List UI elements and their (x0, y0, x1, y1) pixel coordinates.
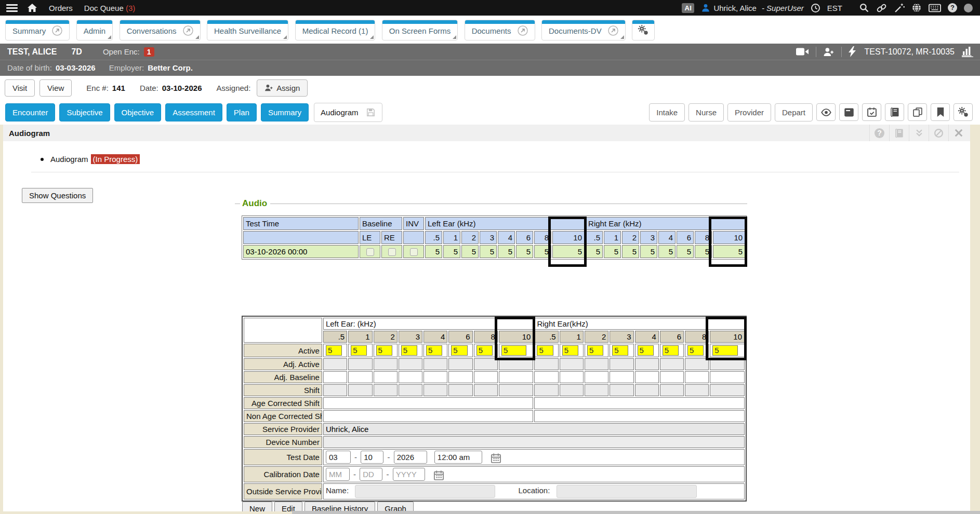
graph-button[interactable]: Graph (377, 502, 414, 511)
new-button[interactable]: New (242, 502, 272, 511)
active-right-input-value[interactable]: 5 (612, 345, 628, 356)
calendar-check-button[interactable] (862, 103, 881, 121)
encounter-button[interactable]: Encounter (5, 103, 55, 121)
link-icon[interactable] (876, 3, 887, 13)
baseline-re-checkbox[interactable] (388, 248, 396, 256)
active-left-input-value[interactable]: 5 (426, 345, 442, 356)
tab-health-surveillance[interactable]: Health Surveillance (207, 20, 288, 40)
audiogram-item-label[interactable]: Audiogram (50, 155, 88, 164)
baseline-le-checkbox[interactable] (366, 248, 374, 256)
baseline-history-button[interactable]: Baseline History (304, 502, 375, 511)
orders-menu-item[interactable]: Orders (49, 4, 73, 12)
doc-queue-menu-item[interactable]: Doc Queue (3) (84, 4, 135, 12)
view-eye-button[interactable] (816, 103, 836, 121)
visit-button[interactable]: Visit (5, 79, 35, 97)
outside-name-input[interactable] (355, 485, 495, 498)
view-button[interactable]: View (39, 79, 72, 97)
tab-documents-dv[interactable]: Documents-DV (541, 20, 626, 40)
add-person-icon[interactable] (823, 47, 835, 57)
popout-icon[interactable] (183, 25, 193, 36)
device-number-field[interactable] (323, 436, 745, 448)
provider-button[interactable]: Provider (727, 103, 771, 121)
tab-documents[interactable]: Documents (465, 20, 535, 40)
help-icon[interactable]: ? (948, 3, 957, 12)
inv-checkbox[interactable] (410, 248, 418, 256)
summary-button[interactable]: Summary (261, 103, 309, 121)
search-icon[interactable] (859, 3, 869, 13)
age-corrected-right-cell (534, 397, 745, 409)
assessment-button[interactable]: Assessment (165, 103, 222, 121)
settings-gears-button[interactable] (953, 103, 973, 121)
user-menu[interactable]: Uhrick, Alice - SuperUser (701, 3, 803, 12)
active-left-input-value[interactable]: 5 (501, 345, 527, 356)
edit-button[interactable]: Edit (274, 502, 302, 511)
tab-conversations[interactable]: Conversations (120, 20, 201, 40)
book-button[interactable] (885, 103, 904, 121)
popout-icon[interactable] (52, 25, 62, 36)
active-right-input-value[interactable]: 5 (663, 345, 679, 356)
ai-badge[interactable]: AI (682, 3, 694, 13)
assign-button[interactable]: Assign (257, 79, 308, 97)
active-right-input-value[interactable]: 5 (562, 345, 578, 356)
keyboard-icon[interactable] (929, 4, 941, 12)
archive-button[interactable] (839, 103, 858, 121)
collapse-chevrons-button[interactable] (909, 125, 929, 141)
tab-medical-record[interactable]: Medical Record (1) (295, 20, 376, 40)
active-left-input-value[interactable]: 5 (351, 345, 367, 356)
cancel-button[interactable] (929, 125, 948, 141)
active-right-input-value[interactable]: 5 (712, 345, 738, 356)
status-dot-icon[interactable] (964, 4, 973, 12)
clock-icon[interactable] (811, 3, 820, 13)
globe-icon[interactable] (911, 3, 922, 13)
subjective-button[interactable]: Subjective (59, 103, 110, 121)
calibration-year-input[interactable] (393, 468, 425, 481)
test-date-month-input[interactable] (326, 451, 351, 464)
chart-icon[interactable] (961, 46, 974, 57)
tab-settings[interactable] (632, 20, 655, 40)
test-date-year-input[interactable] (394, 451, 427, 464)
hamburger-menu-icon[interactable] (6, 3, 18, 13)
panel-help-button[interactable]: ? (869, 125, 889, 141)
calibration-month-input[interactable] (326, 468, 350, 481)
intake-button[interactable]: Intake (649, 103, 685, 121)
active-left-input-value[interactable]: 5 (326, 345, 342, 356)
open-enc-count-badge[interactable]: 1 (144, 47, 154, 57)
test-date-day-input[interactable] (361, 451, 383, 464)
active-left-input-value[interactable]: 5 (401, 345, 417, 356)
active-right-input-value[interactable]: 5 (687, 345, 704, 356)
active-left-input-value[interactable]: 5 (376, 345, 392, 356)
audiogram-document-tab[interactable]: Audiogram (314, 103, 382, 122)
audiogram-status-item[interactable]: Audiogram (In Progress) (41, 154, 140, 164)
close-icon[interactable] (948, 125, 968, 141)
test-time-input[interactable] (434, 451, 482, 464)
active-right-input-value[interactable]: 5 (638, 345, 654, 356)
calibration-day-input[interactable] (360, 468, 382, 481)
tab-summary[interactable]: Summary (5, 20, 70, 40)
popout-icon[interactable] (608, 25, 618, 36)
nurse-button[interactable]: Nurse (688, 103, 724, 121)
calendar-icon[interactable] (433, 470, 444, 481)
tab-on-screen-forms[interactable]: On Screen Forms (382, 20, 458, 40)
active-left-input-value[interactable]: 5 (451, 345, 467, 356)
lightning-icon[interactable] (849, 46, 856, 57)
depart-button[interactable]: Depart (775, 103, 813, 121)
active-right-input-value[interactable]: 5 (587, 345, 603, 356)
test-time-value[interactable]: 03-10-2026 00:00 (243, 245, 359, 258)
outside-location-input[interactable] (557, 485, 697, 498)
active-right-input-value[interactable]: 5 (537, 345, 553, 356)
tab-admin[interactable]: Admin (76, 20, 113, 40)
home-icon[interactable] (27, 3, 37, 12)
wand-icon[interactable] (894, 3, 905, 13)
calendar-icon[interactable] (491, 453, 501, 464)
panel-book-button[interactable] (889, 125, 909, 141)
horizontal-scrollbar-thumb[interactable] (292, 511, 980, 514)
objective-button[interactable]: Objective (114, 103, 162, 121)
video-camera-icon[interactable] (796, 47, 809, 56)
copy-button[interactable] (908, 103, 927, 121)
plan-button[interactable]: Plan (227, 103, 257, 121)
active-left-input-value[interactable]: 5 (476, 345, 493, 356)
inv-cell (403, 245, 424, 258)
show-questions-button[interactable]: Show Questions (22, 188, 93, 203)
popout-icon[interactable] (518, 25, 528, 36)
bookmark-button[interactable] (931, 103, 950, 121)
